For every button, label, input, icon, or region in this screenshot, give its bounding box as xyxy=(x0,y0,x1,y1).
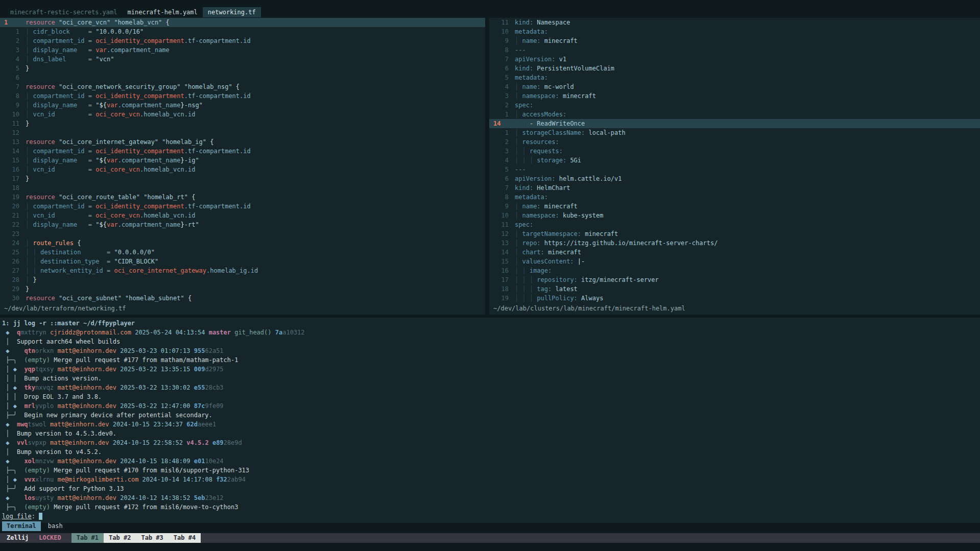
text-segment: │ xyxy=(26,46,33,54)
text-segment: tswol xyxy=(28,421,46,428)
code-line: 14│ chart: minecraft xyxy=(489,248,980,257)
text-segment: ${ xyxy=(100,157,107,164)
line-number: 4 xyxy=(489,156,509,165)
text-segment: kind: xyxy=(515,65,533,72)
code-line: 4│ dns_label = "vcn" xyxy=(0,55,485,64)
buffer-tab-networking.tf[interactable]: networking.tf xyxy=(203,7,261,17)
terminal-pane[interactable]: 1: jj log -r ::master ~/d/ffpyplayer ◆ q… xyxy=(0,318,980,523)
text-segment xyxy=(122,295,125,302)
text-segment: } xyxy=(33,276,36,283)
text-segment: 2ab94 xyxy=(227,476,246,483)
text-segment: local-path xyxy=(589,129,626,136)
text-segment: mc-world xyxy=(544,83,574,90)
line-number: 24 xyxy=(0,238,19,248)
log-row: ├─╯ Begin new primary device after poten… xyxy=(2,411,980,420)
line-number: 10 xyxy=(489,211,509,220)
text-segment xyxy=(190,384,194,391)
text-segment: apiVersion: xyxy=(515,175,555,182)
code-line: 15│ valuesContent: |- xyxy=(489,257,980,266)
code-line: 2│ compartment_id = oci_identity_compart… xyxy=(0,36,485,45)
text-segment: metadata: xyxy=(515,194,548,201)
tab-list: Tab #1Tab #2Tab #3Tab #4 xyxy=(71,533,201,543)
text-segment xyxy=(552,285,555,293)
line-number: 11 xyxy=(489,18,509,27)
code-line: 6 xyxy=(0,73,485,82)
text-segment: var xyxy=(107,102,118,109)
text-segment: 5eb xyxy=(194,494,205,501)
text-segment: yvplo xyxy=(35,402,54,410)
text-segment xyxy=(9,448,16,456)
line-number: 2 xyxy=(489,101,509,110)
text-segment xyxy=(541,37,544,44)
text-segment: ${ xyxy=(100,221,107,228)
log-row: ◆ qtnorkxn matt@einhorn.dev 2025-03-23 0… xyxy=(2,346,980,355)
text-segment xyxy=(85,148,88,155)
text-segment: --- xyxy=(515,166,526,173)
text-segment: │ xyxy=(515,239,522,247)
line-number: 12 xyxy=(0,128,19,137)
code-area: 1resource "oci_core_vcn" "homelab_vcn" {… xyxy=(0,18,485,303)
text-segment: oci_core_vcn xyxy=(95,111,140,118)
text-segment: .homelab_vcn.id xyxy=(140,111,195,118)
line-number: 14 xyxy=(489,248,509,257)
text-segment: tqxsy xyxy=(35,366,54,373)
text-segment: "homelab_rt" xyxy=(144,194,188,201)
code-line: 11spec: xyxy=(489,220,980,229)
text-segment xyxy=(109,421,113,428)
text-segment: 62d xyxy=(186,421,198,428)
text-segment: v1 xyxy=(559,56,566,63)
editor-pane-yaml[interactable]: 11kind: Namespace10metadata:9│ name: min… xyxy=(489,18,980,315)
code-line: 11} xyxy=(0,119,485,128)
text-segment: │ │ xyxy=(2,375,17,382)
text-segment: } xyxy=(181,102,184,109)
text-segment: Merge pull request #177 from matham/math… xyxy=(50,356,238,364)
status-tab[interactable]: Tab #3 xyxy=(136,533,168,543)
text-segment: compartment_id xyxy=(33,203,84,210)
text-segment: aeee1 xyxy=(198,421,216,428)
mode-indicator: LOCKED xyxy=(39,533,61,543)
text-segment xyxy=(9,338,16,345)
text-segment: │ xyxy=(515,83,522,90)
text-segment: -rt" xyxy=(184,221,199,228)
buffer-tab-minecraft-restic-secrets.yaml[interactable]: minecraft-restic-secrets.yaml xyxy=(5,7,123,17)
status-tab[interactable]: Tab #1 xyxy=(71,533,104,543)
text-segment: oci_identity_compartment xyxy=(95,92,184,100)
line-number: 10 xyxy=(489,27,509,36)
file-path: ~/dev/lab/clusters/lab/minecraft/minecra… xyxy=(493,304,685,313)
text-segment xyxy=(559,92,563,100)
buffer-tab-minecraft-helm.yaml[interactable]: minecraft-helm.yaml xyxy=(123,7,203,17)
line-number: 25 xyxy=(0,248,19,257)
status-tab[interactable]: Tab #4 xyxy=(169,533,201,543)
log-row: ◆ mwqtswol matt@einhorn.dev 2024-10-15 2… xyxy=(2,420,980,429)
text-segment: a10312 xyxy=(282,329,304,336)
text-segment: │ xyxy=(2,448,9,456)
text-segment: "vcn" xyxy=(95,56,114,63)
line-number: 7 xyxy=(489,55,509,64)
line-number: 29 xyxy=(0,284,19,294)
text-segment: │ xyxy=(2,338,9,345)
text-segment: Bump actions version. xyxy=(24,375,102,382)
text-segment: resource xyxy=(26,19,55,26)
text-segment xyxy=(17,467,24,474)
text-segment: = xyxy=(88,148,95,155)
text-segment: 2025-05-24 04:13:54 xyxy=(135,329,205,336)
code-line: 9│ name: minecraft xyxy=(489,36,980,45)
editor-pane-terraform[interactable]: 1resource "oci_core_vcn" "homelab_vcn" {… xyxy=(0,18,485,315)
status-tab[interactable]: Tab #2 xyxy=(104,533,136,543)
text-segment: vcn_id xyxy=(33,166,55,173)
code-line: 16│ │ image: xyxy=(489,266,980,275)
line-number: 3 xyxy=(0,45,19,55)
line-number: 9 xyxy=(0,101,19,110)
line-number: 5 xyxy=(489,73,509,82)
text-segment xyxy=(9,494,24,501)
text-segment: name: xyxy=(522,203,540,210)
code-line: 22│ display_name = "${var.compartment_na… xyxy=(0,220,485,229)
text-segment: ${ xyxy=(100,102,107,109)
text-segment: Merge pull request #172 from misl6/move-… xyxy=(50,504,238,511)
text-segment: oci_core_vcn xyxy=(95,166,140,173)
text-segment: namespace: xyxy=(522,92,559,100)
text-segment: 9fe09 xyxy=(205,402,223,410)
text-segment: Merge pull request #170 from misl6/suppo… xyxy=(50,467,249,474)
log-row: log file: xyxy=(2,512,980,521)
text-segment: .compartment_name xyxy=(118,102,181,109)
